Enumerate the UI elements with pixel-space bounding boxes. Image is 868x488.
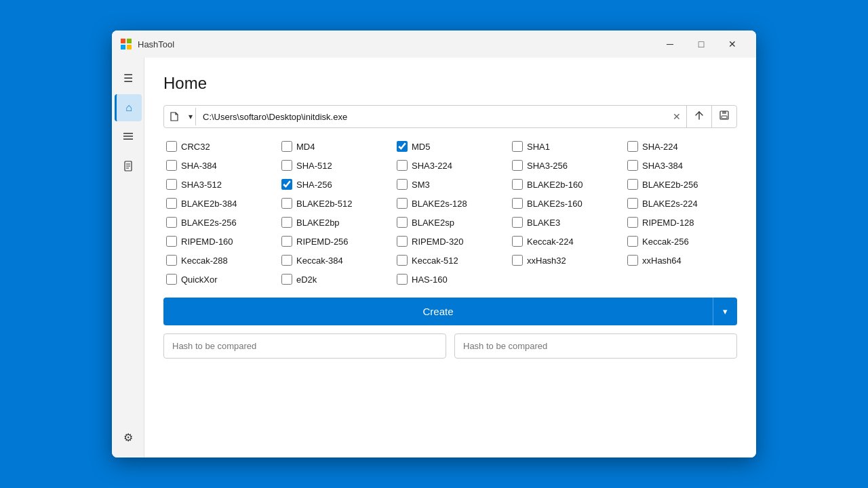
checkbox-input-ripemd-160[interactable] (166, 236, 177, 247)
checkbox-input-blake2s-256[interactable] (166, 217, 177, 228)
checkbox-input-blake2b-256[interactable] (627, 179, 638, 190)
algorithm-checkbox-md5[interactable]: MD5 (394, 139, 507, 154)
file-save-button[interactable] (711, 106, 736, 127)
checkbox-input-keccak-512[interactable] (397, 255, 408, 266)
checkbox-input-has-160[interactable] (397, 274, 408, 285)
checkbox-input-md5[interactable] (397, 141, 408, 152)
algorithm-checkbox-ed2k[interactable]: eD2k (279, 272, 391, 287)
checkbox-input-blake2bp[interactable] (281, 217, 292, 228)
algorithm-checkbox-sm3[interactable]: SM3 (394, 177, 507, 192)
algorithm-checkbox-sha3-224[interactable]: SHA3-224 (394, 158, 507, 173)
sidebar-list-button[interactable] (115, 124, 142, 151)
sidebar-settings-button[interactable]: ⚙ (115, 424, 142, 451)
sidebar-doc-button[interactable] (115, 154, 142, 181)
checkbox-input-blake2s-160[interactable] (512, 198, 523, 209)
checkbox-input-sha3-224[interactable] (397, 160, 408, 171)
checkbox-input-blake2s-128[interactable] (397, 198, 408, 209)
file-open-button[interactable] (686, 106, 711, 127)
checkbox-input-sha-384[interactable] (166, 160, 177, 171)
algorithm-checkbox-md4[interactable]: MD4 (279, 139, 391, 154)
close-button[interactable]: ✕ (717, 30, 748, 58)
algorithm-checkbox-blake2s-128[interactable]: BLAKE2s-128 (394, 196, 507, 211)
algorithm-checkbox-sha-256[interactable]: SHA-256 (279, 177, 391, 192)
checkbox-input-blake2b-384[interactable] (166, 198, 177, 209)
algorithm-label: Keccak-256 (642, 237, 689, 247)
checkbox-input-blake2b-160[interactable] (512, 179, 523, 190)
algorithm-checkbox-blake2b-256[interactable]: BLAKE2b-256 (625, 177, 737, 192)
checkbox-input-keccak-288[interactable] (166, 255, 177, 266)
file-chevron-button[interactable]: ▾ (186, 108, 196, 125)
algorithm-checkbox-blake2b-384[interactable]: BLAKE2b-384 (163, 196, 276, 211)
algorithm-checkbox-sha1[interactable]: SHA1 (509, 139, 622, 154)
checkbox-input-xxhash32[interactable] (512, 255, 523, 266)
checkbox-input-blake2b-512[interactable] (281, 198, 292, 209)
checkbox-input-sha-256[interactable] (281, 179, 292, 190)
hash-compare-input-2[interactable] (454, 333, 737, 359)
algorithm-checkbox-blake2b-160[interactable]: BLAKE2b-160 (509, 177, 622, 192)
algorithm-checkbox-crc32[interactable]: CRC32 (163, 139, 276, 154)
file-clear-button[interactable]: ✕ (667, 107, 686, 126)
algorithm-checkbox-ripemd-160[interactable]: RIPEMD-160 (163, 234, 276, 249)
checkbox-input-xxhash64[interactable] (627, 255, 638, 266)
algorithm-checkbox-sha3-256[interactable]: SHA3-256 (509, 158, 622, 173)
algorithm-checkbox-blake2sp[interactable]: BLAKE2sp (394, 215, 507, 230)
checkbox-input-sha-224[interactable] (627, 141, 638, 152)
checkbox-input-keccak-256[interactable] (627, 236, 638, 247)
checkbox-input-ripemd-320[interactable] (397, 236, 408, 247)
algorithm-checkbox-blake3[interactable]: BLAKE3 (509, 215, 622, 230)
checkbox-input-blake3[interactable] (512, 217, 523, 228)
file-path-input[interactable] (196, 107, 667, 127)
algorithm-checkbox-sha-512[interactable]: SHA-512 (279, 158, 391, 173)
checkbox-input-ed2k[interactable] (281, 274, 292, 285)
sidebar-home-button[interactable]: ⌂ (115, 94, 142, 121)
algorithm-checkbox-sha-224[interactable]: SHA-224 (625, 139, 737, 154)
algorithm-checkbox-sha3-512[interactable]: SHA3-512 (163, 177, 276, 192)
algorithm-checkbox-keccak-288[interactable]: Keccak-288 (163, 253, 276, 268)
algorithm-checkbox-xxhash64[interactable]: xxHash64 (625, 253, 737, 268)
algorithm-checkbox-blake2s-256[interactable]: BLAKE2s-256 (163, 215, 276, 230)
algorithm-checkbox-has-160[interactable]: HAS-160 (394, 272, 507, 287)
svg-rect-3 (127, 45, 132, 49)
algorithm-checkbox-ripemd-128[interactable]: RIPEMD-128 (625, 215, 737, 230)
algorithm-checkbox-sha-384[interactable]: SHA-384 (163, 158, 276, 173)
algorithm-label: BLAKE2s-160 (527, 199, 583, 209)
checkbox-input-md4[interactable] (281, 141, 292, 152)
checkbox-input-sha1[interactable] (512, 141, 523, 152)
algorithm-checkbox-blake2s-224[interactable]: BLAKE2s-224 (625, 196, 737, 211)
algorithm-label: RIPEMD-256 (296, 237, 349, 247)
algorithm-label: SHA3-256 (527, 161, 568, 171)
algorithm-checkbox-keccak-384[interactable]: Keccak-384 (279, 253, 391, 268)
checkbox-input-sha3-256[interactable] (512, 160, 523, 171)
algorithm-checkbox-keccak-256[interactable]: Keccak-256 (625, 234, 737, 249)
create-button[interactable]: Create (163, 298, 713, 325)
checkbox-input-sha3-512[interactable] (166, 179, 177, 190)
algorithm-checkbox-sha3-384[interactable]: SHA3-384 (625, 158, 737, 173)
maximize-button[interactable]: □ (686, 30, 717, 58)
file-pick-button[interactable] (164, 107, 186, 126)
algorithm-checkbox-keccak-224[interactable]: Keccak-224 (509, 234, 622, 249)
sidebar-menu-button[interactable]: ☰ (115, 64, 142, 92)
algorithm-checkbox-blake2b-512[interactable]: BLAKE2b-512 (279, 196, 391, 211)
algorithm-checkbox-xxhash32[interactable]: xxHash32 (509, 253, 622, 268)
checkbox-input-sm3[interactable] (397, 179, 408, 190)
algorithm-label: SHA3-512 (181, 180, 222, 190)
hash-compare-input-1[interactable] (163, 333, 446, 359)
checkbox-input-sha3-384[interactable] (627, 160, 638, 171)
minimize-button[interactable]: ─ (654, 30, 686, 58)
checkbox-input-keccak-384[interactable] (281, 255, 292, 266)
create-chevron-button[interactable]: ▾ (713, 298, 737, 325)
algorithm-checkbox-quickxor[interactable]: QuickXor (163, 272, 276, 287)
algorithm-checkbox-ripemd-256[interactable]: RIPEMD-256 (279, 234, 391, 249)
algorithm-checkbox-keccak-512[interactable]: Keccak-512 (394, 253, 507, 268)
checkbox-input-blake2sp[interactable] (397, 217, 408, 228)
algorithm-checkbox-blake2bp[interactable]: BLAKE2bp (279, 215, 391, 230)
algorithm-checkbox-blake2s-160[interactable]: BLAKE2s-160 (509, 196, 622, 211)
checkbox-input-ripemd-128[interactable] (627, 217, 638, 228)
checkbox-input-keccak-224[interactable] (512, 236, 523, 247)
checkbox-input-quickxor[interactable] (166, 274, 177, 285)
checkbox-input-ripemd-256[interactable] (281, 236, 292, 247)
algorithm-checkbox-ripemd-320[interactable]: RIPEMD-320 (394, 234, 507, 249)
checkbox-input-sha-512[interactable] (281, 160, 292, 171)
checkbox-input-blake2s-224[interactable] (627, 198, 638, 209)
checkbox-input-crc32[interactable] (166, 141, 177, 152)
